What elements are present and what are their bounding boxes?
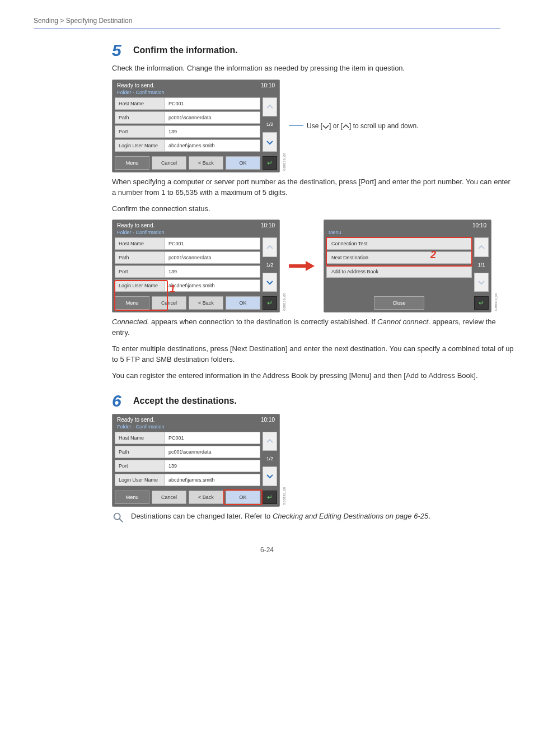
- step6-title: Accept the destinations.: [133, 393, 237, 406]
- panel-status: Ready to send.: [117, 82, 154, 88]
- port-label: Port: [115, 265, 165, 278]
- folder-confirmation-panel-1: Ready to send. 10:10 Folder - Confirmati…: [112, 80, 280, 172]
- scroll-up-button[interactable]: [263, 97, 277, 117]
- panel-subtitle: Folder - Confirmation: [113, 90, 279, 97]
- port-value: 139: [165, 265, 260, 278]
- back-button[interactable]: < Back: [189, 296, 223, 310]
- arrow-right-icon: [289, 262, 315, 270]
- enter-button[interactable]: ↵: [474, 296, 489, 310]
- menu-panel: 10:10 Menu Connection Test Next Destinat…: [324, 220, 491, 312]
- host-name-label: Host Name: [115, 237, 165, 250]
- step-number-6: 6: [112, 393, 127, 409]
- ok-button[interactable]: OK: [226, 156, 260, 170]
- back-button[interactable]: < Back: [189, 156, 223, 170]
- field-row-port[interactable]: Port 139: [115, 265, 260, 278]
- menu-button[interactable]: Menu: [115, 491, 149, 504]
- menu-button[interactable]: Menu: [115, 156, 149, 170]
- field-row-host[interactable]: Host Name PC001: [115, 237, 260, 250]
- graphic-code: GB0139_00: [283, 487, 286, 505]
- panel-clock: 10:10: [261, 82, 275, 88]
- page-number: 6-24: [34, 546, 500, 554]
- scroll-down-button[interactable]: [474, 273, 489, 292]
- page-indicator: 1/2: [263, 118, 277, 130]
- page-indicator: 1/1: [474, 259, 489, 271]
- chevron-down-icon: [266, 279, 273, 286]
- spacer: [427, 296, 472, 310]
- panel-status: Ready to send.: [117, 417, 154, 423]
- host-name-value: PC001: [165, 237, 260, 250]
- field-row-port[interactable]: Port 139: [115, 125, 260, 138]
- enter-button[interactable]: ↵: [263, 156, 277, 170]
- port-value: 139: [165, 125, 260, 138]
- field-row-path[interactable]: Pathpc001\scannerdata: [115, 446, 260, 458]
- xref-link[interactable]: Checking and Editing Destinations on pag…: [273, 512, 428, 520]
- field-row-login[interactable]: Login User Name abcdnet\james.smith: [115, 139, 260, 152]
- panel-subtitle: Folder - Confirmation: [113, 424, 279, 432]
- chevron-up-icon: [478, 244, 485, 251]
- cancel-button[interactable]: Cancel: [152, 296, 186, 310]
- scroll-down-button[interactable]: [263, 132, 277, 152]
- cancel-button[interactable]: Cancel: [152, 491, 186, 504]
- connected-note: Connected. appears when connection to th…: [112, 317, 515, 338]
- scroll-up-button[interactable]: [263, 237, 277, 257]
- menu-item-add-to-address-book[interactable]: Add to Address Book: [326, 265, 472, 278]
- step5-title: Confirm the information.: [133, 42, 238, 55]
- confirm-status: Confirm the connection status.: [112, 204, 515, 214]
- port-label: Port: [115, 125, 165, 138]
- ok-button[interactable]: OK: [226, 491, 260, 504]
- panel-clock: 10:10: [472, 222, 486, 228]
- chevron-down-icon: [322, 123, 329, 130]
- chevron-up-icon: [343, 123, 349, 130]
- menu-button[interactable]: Menu: [115, 296, 149, 310]
- field-row-path[interactable]: Path pc001\scannerdata: [115, 251, 260, 264]
- menu-item-connection-test[interactable]: Connection Test: [326, 237, 472, 250]
- menu-item-next-destination[interactable]: Next Destination: [326, 251, 472, 264]
- enter-button[interactable]: ↵: [263, 491, 277, 504]
- chevron-down-icon: [266, 473, 273, 479]
- close-button[interactable]: Close: [374, 296, 424, 310]
- chevron-up-icon: [266, 104, 273, 110]
- panel-subtitle: Menu: [324, 230, 491, 237]
- panel-status: Ready to send.: [117, 222, 154, 228]
- chevron-up-icon: [266, 438, 273, 445]
- ok-button[interactable]: OK: [226, 296, 260, 310]
- enter-icon: ↵: [267, 493, 273, 501]
- chevron-down-icon: [266, 139, 273, 146]
- panel-status: [329, 222, 330, 228]
- field-row-host[interactable]: Host Name PC001: [115, 97, 260, 110]
- step5-prologue: Check the information. Change the inform…: [112, 63, 515, 74]
- port-note: When specifying a computer or server por…: [112, 177, 515, 198]
- field-row-path[interactable]: Path pc001\scannerdata: [115, 111, 260, 124]
- scroll-up-button[interactable]: [474, 237, 489, 257]
- path-value: pc001\scannerdata: [165, 111, 260, 124]
- enter-button[interactable]: ↵: [263, 296, 277, 310]
- cancel-button[interactable]: Cancel: [152, 156, 186, 170]
- path-value: pc001\scannerdata: [165, 446, 260, 458]
- field-row-host[interactable]: Host NamePC001: [115, 432, 260, 444]
- spacer: [326, 279, 472, 292]
- back-button[interactable]: < Back: [189, 491, 223, 504]
- chevron-up-icon: [266, 244, 273, 251]
- host-name-value: PC001: [165, 432, 260, 444]
- scroll-down-button[interactable]: [263, 273, 277, 292]
- field-row-port[interactable]: Port139: [115, 460, 260, 472]
- spacer: [326, 296, 372, 310]
- scroll-annotation: Use [] or [] to scroll up and down.: [307, 122, 418, 130]
- login-label: Login User Name: [115, 474, 165, 486]
- enter-icon: ↵: [267, 159, 273, 167]
- breadcrumb: Sending > Specifying Destination: [34, 17, 500, 25]
- host-name-label: Host Name: [115, 97, 165, 110]
- login-value: abcdnet\james.smith: [165, 279, 260, 292]
- login-label: Login User Name: [115, 279, 165, 292]
- page-indicator: 1/2: [263, 259, 277, 271]
- enter-icon: ↵: [479, 299, 484, 307]
- login-value: abcdnet\james.smith: [165, 474, 260, 486]
- magnifier-icon: [112, 511, 124, 524]
- path-value: pc001\scannerdata: [165, 251, 260, 264]
- field-row-login[interactable]: Login User Name abcdnet\james.smith: [115, 279, 260, 292]
- scroll-up-button[interactable]: [263, 432, 277, 451]
- host-name-label: Host Name: [115, 432, 165, 444]
- path-label: Path: [115, 111, 165, 124]
- field-row-login[interactable]: Login User Nameabcdnet\james.smith: [115, 474, 260, 486]
- scroll-down-button[interactable]: [263, 466, 277, 486]
